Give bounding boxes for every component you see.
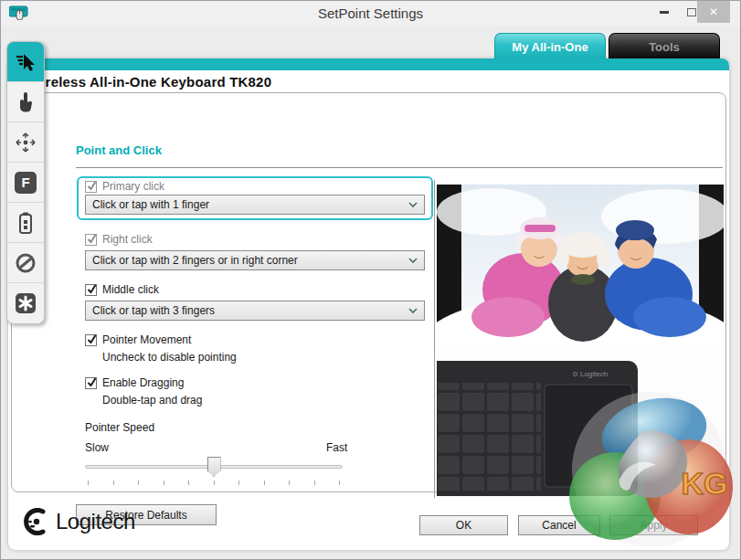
primary-click-dropdown[interactable]: Click or tap with 1 finger <box>85 195 425 215</box>
check-icon <box>86 233 98 245</box>
tab-my-all-in-one[interactable]: My All-in-One <box>494 33 606 59</box>
check-icon <box>86 180 98 192</box>
brand-name: Logitech <box>56 509 135 534</box>
window-title: SetPoint Settings <box>1 5 740 21</box>
right-click-dropdown[interactable]: Click or tap with 2 fingers or in right … <box>85 250 425 270</box>
maximize-icon <box>687 8 696 16</box>
right-click-value: Click or tap with 2 fingers or in right … <box>92 254 298 267</box>
f-key-icon: F <box>15 172 37 194</box>
middle-click-dropdown[interactable]: Click or tap with 3 fingers <box>85 301 425 321</box>
middle-click-checkbox[interactable] <box>85 284 97 296</box>
minimize-icon <box>660 11 669 14</box>
check-icon <box>86 283 98 295</box>
pointer-movement-description: Uncheck to disable pointing <box>102 351 237 364</box>
enable-dragging-checkbox[interactable] <box>85 377 97 389</box>
pointer-movement-label: Pointer Movement <box>102 333 191 346</box>
sidebar-item-pointer-movement[interactable] <box>7 122 44 163</box>
battery-icon <box>16 211 36 235</box>
title-bar: SetPoint Settings ✕ <box>1 1 740 26</box>
right-click-row: Right click <box>85 233 153 246</box>
slider-max-label: Fast <box>326 441 347 454</box>
ok-button[interactable]: OK <box>419 515 508 535</box>
logitech-logo: Logitech <box>23 508 135 535</box>
pointer-movement-checkbox[interactable] <box>85 334 97 346</box>
right-click-label: Right click <box>102 233 153 246</box>
prohibition-icon <box>15 252 37 274</box>
check-icon <box>86 333 98 345</box>
primary-click-label: Primary click <box>102 180 164 193</box>
enable-dragging-row: Enable Dragging <box>85 376 184 389</box>
chevron-down-icon <box>408 308 418 314</box>
keyboard-preview: ⊙ Logitech <box>437 350 725 499</box>
tk820-keyboard-image: ⊙ Logitech <box>437 350 725 499</box>
sidebar-item-settings[interactable] <box>7 283 44 323</box>
middle-click-label: Middle click <box>102 283 159 296</box>
close-button[interactable]: ✕ <box>697 1 730 23</box>
logitech-eye-icon <box>23 508 50 535</box>
setpoint-settings-window: SetPoint Settings ✕ My All-in-One Tools … <box>0 0 741 560</box>
check-icon <box>86 376 98 388</box>
asterisk-settings-icon <box>15 292 37 314</box>
apply-button[interactable]: Apply <box>609 515 698 535</box>
right-click-checkbox[interactable] <box>85 234 97 246</box>
photo-preview <box>437 185 724 345</box>
enable-dragging-description: Double-tap and drag <box>102 394 202 407</box>
tab-tools[interactable]: Tools <box>609 33 720 59</box>
section-divider <box>76 167 723 168</box>
sidebar-item-disable[interactable] <box>7 243 44 283</box>
middle-click-value: Click or tap with 3 fingers <box>92 304 215 317</box>
move-arrows-icon <box>15 132 37 153</box>
cancel-button[interactable]: Cancel <box>518 515 600 535</box>
device-title: Wireless All-in-One Keyboard TK820 <box>28 74 271 90</box>
slider-ticks <box>88 481 340 485</box>
slider-min-label: Slow <box>85 441 109 454</box>
pointer-speed-label: Pointer Speed <box>85 421 154 434</box>
hand-touch-icon <box>15 91 37 113</box>
primary-click-checkbox[interactable] <box>85 181 97 193</box>
sidebar: F <box>6 41 45 324</box>
content-panel: Point and Click Primary click Click or t… <box>11 92 726 492</box>
primary-click-row: Primary click <box>85 180 164 193</box>
slider-thumb[interactable] <box>207 457 221 477</box>
pointer-movement-row: Pointer Movement <box>85 333 191 346</box>
minimize-button[interactable] <box>651 1 677 23</box>
chevron-down-icon <box>408 258 418 264</box>
panel-accent-band <box>8 58 729 70</box>
close-icon: ✕ <box>709 5 718 18</box>
svg-text:⊙ Logitech: ⊙ Logitech <box>572 370 608 378</box>
main-panel: Wireless All-in-One Keyboard TK820 Point… <box>8 58 729 550</box>
sidebar-item-battery[interactable] <box>7 203 44 243</box>
section-title: Point and Click <box>76 143 162 157</box>
primary-click-value: Click or tap with 1 finger <box>92 198 209 211</box>
sidebar-item-point-and-click[interactable] <box>7 42 44 82</box>
kids-in-snow-photo <box>437 185 724 345</box>
pointer-click-icon <box>14 50 37 74</box>
sidebar-item-touch[interactable] <box>7 82 44 122</box>
middle-click-row: Middle click <box>85 283 159 296</box>
sidebar-item-function-keys[interactable]: F <box>7 163 44 203</box>
vertical-divider <box>434 180 435 498</box>
enable-dragging-label: Enable Dragging <box>102 376 184 389</box>
chevron-down-icon <box>408 202 418 208</box>
